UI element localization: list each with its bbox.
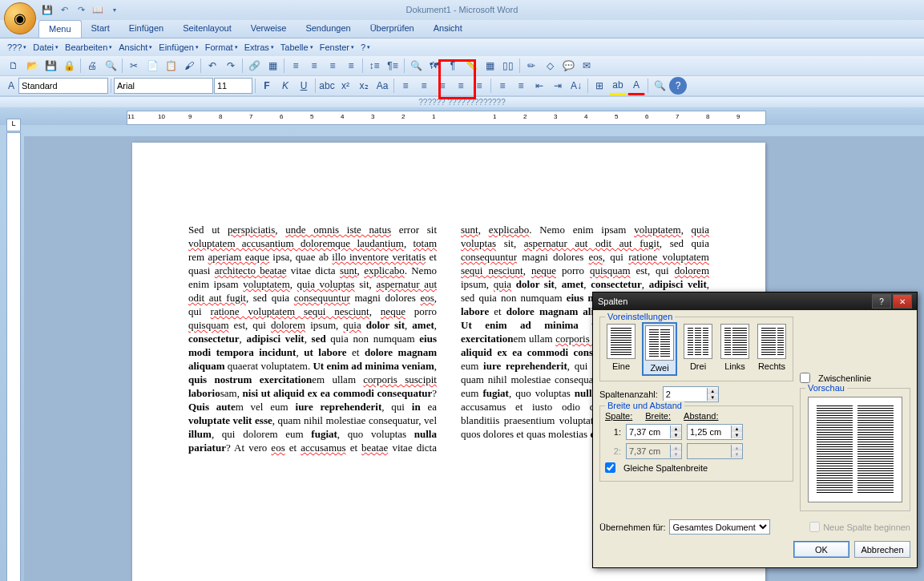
numbered-list-icon[interactable]: ≡	[494, 77, 511, 95]
gap-spinner[interactable]: ▲▼	[687, 424, 743, 440]
justify-icon[interactable]: ≡	[452, 77, 470, 95]
tab-seitenlayout[interactable]: Seitenlayout	[173, 20, 241, 38]
align-left-icon[interactable]: ≡	[397, 77, 414, 95]
menu-tabelle[interactable]: Tabelle ▾	[278, 42, 316, 53]
equal-width-checkbox[interactable]	[605, 462, 615, 473]
ruler-icon[interactable]: 📏	[462, 57, 480, 75]
menu-fenster[interactable]: Fenster ▾	[317, 42, 357, 53]
undo-icon[interactable]: ↶	[204, 57, 221, 75]
copy-icon[interactable]: 📄	[143, 57, 161, 75]
gridlines-icon[interactable]: ▦	[481, 57, 498, 75]
menu-bearbeiten[interactable]: Bearbeiten ▾	[63, 42, 115, 53]
menu-?[interactable]: ? ▾	[358, 42, 373, 53]
line-between-checkbox[interactable]	[800, 373, 810, 383]
tab-menu[interactable]: Menu	[38, 20, 82, 38]
font-color-icon[interactable]: A	[627, 76, 645, 95]
style-selector[interactable]: Standard	[18, 78, 108, 94]
document-map-icon[interactable]: 🗺	[426, 57, 443, 75]
font-selector[interactable]: Arial	[114, 78, 213, 94]
drawing-icon[interactable]: ✏	[523, 57, 540, 75]
preset-eine[interactable]: Eine	[605, 322, 637, 376]
line-spacing-icon[interactable]: ↕≡	[365, 57, 383, 75]
close-button[interactable]: ✕	[893, 294, 912, 309]
find-icon[interactable]: 🔍	[651, 77, 668, 95]
underline-icon[interactable]: U	[295, 77, 313, 95]
print-preview-icon[interactable]: 🔍	[102, 57, 119, 75]
redo-icon[interactable]: ↷	[222, 57, 240, 75]
toolbar-row-2: A Standard Arial 11 F K U abc x² x₂ Aa ≡…	[0, 76, 924, 96]
vertical-ruler[interactable]	[6, 132, 21, 581]
comment-icon[interactable]: 💬	[559, 57, 577, 75]
preset-rechts[interactable]: Rechts	[756, 322, 788, 376]
align-left-icon[interactable]: ≡	[287, 57, 305, 75]
bold-icon[interactable]: F	[258, 77, 276, 95]
tab-start[interactable]: Start	[82, 20, 119, 38]
sort-icon[interactable]: A↓	[567, 77, 585, 95]
align-right-icon[interactable]: ≡	[324, 57, 341, 75]
bullet-list-icon[interactable]: ≡	[512, 77, 530, 95]
dialog-titlebar[interactable]: Spalten ? ✕	[593, 293, 917, 310]
columns-icon[interactable]: ▯▯	[499, 57, 517, 75]
help-button[interactable]: ?	[872, 294, 891, 309]
superscript-icon[interactable]: x²	[337, 77, 354, 95]
distributed-icon[interactable]: ≡	[470, 77, 488, 95]
undo-icon[interactable]: ↶	[57, 3, 71, 18]
save-icon[interactable]: 💾	[42, 57, 59, 75]
zoom-icon[interactable]: 🔍	[407, 57, 425, 75]
menu-ansicht[interactable]: Ansicht ▾	[116, 42, 155, 53]
borders-icon[interactable]: ⊞	[591, 77, 608, 95]
paragraph-spacing-icon[interactable]: ¶≡	[384, 57, 401, 75]
align-center-icon[interactable]: ≡	[305, 57, 323, 75]
justify-icon[interactable]: ≡	[342, 57, 360, 75]
decrease-indent-icon[interactable]: ⇤	[531, 77, 548, 95]
change-case-icon[interactable]: Aa	[373, 77, 391, 95]
cut-icon[interactable]: ✂	[125, 57, 143, 75]
preset-links[interactable]: Links	[719, 322, 751, 376]
styles-pane-icon[interactable]: A	[5, 77, 18, 95]
menu-datei[interactable]: Datei ▾	[30, 42, 61, 53]
preset-drei[interactable]: Drei	[682, 322, 714, 376]
permissions-icon[interactable]: 🔒	[60, 57, 78, 75]
cancel-button[interactable]: Abbrechen	[854, 541, 910, 558]
tab-ansicht[interactable]: Ansicht	[424, 20, 472, 38]
tab-einfügen[interactable]: Einfügen	[119, 20, 173, 38]
highlight-icon[interactable]: ab	[609, 76, 627, 95]
tab-überprüfen[interactable]: Überprüfen	[361, 20, 424, 38]
increase-indent-icon[interactable]: ⇥	[549, 77, 567, 95]
tab-sendungen[interactable]: Sendungen	[296, 20, 360, 38]
apply-to-select[interactable]: Gesamtes Dokument	[669, 519, 770, 535]
table-icon[interactable]: ▦	[264, 57, 281, 75]
italic-icon[interactable]: K	[276, 77, 294, 95]
strike-icon[interactable]: abc	[318, 77, 336, 95]
shapes-icon[interactable]: ◇	[541, 57, 559, 75]
open-icon[interactable]: 📂	[23, 57, 41, 75]
redo-icon[interactable]: ↷	[74, 3, 88, 18]
tab-selector[interactable]: L	[6, 119, 21, 131]
show-marks-icon[interactable]: ¶	[444, 57, 462, 75]
book-icon[interactable]: 📖	[91, 3, 105, 18]
menu-extras[interactable]: Extras ▾	[242, 42, 276, 53]
menu-einfügen[interactable]: Einfügen ▾	[156, 42, 200, 53]
width-spinner[interactable]: ▲▼	[626, 424, 682, 440]
hyperlink-icon[interactable]: 🔗	[245, 57, 263, 75]
menu-???[interactable]: ??? ▾	[5, 42, 29, 53]
preset-zwei[interactable]: Zwei	[642, 322, 677, 376]
align-center-icon[interactable]: ≡	[415, 77, 433, 95]
subscript-icon[interactable]: x₂	[355, 77, 373, 95]
ok-button[interactable]: OK	[793, 541, 849, 558]
office-button[interactable]: ◉	[4, 2, 36, 34]
save-icon[interactable]: 💾	[40, 3, 54, 18]
help-icon[interactable]: ?	[669, 77, 687, 95]
align-right-icon[interactable]: ≡	[434, 77, 451, 95]
qat-dropdown-icon[interactable]: ▼	[107, 3, 122, 18]
format-painter-icon[interactable]: 🖌	[180, 57, 198, 75]
menu-format[interactable]: Format ▾	[203, 42, 240, 53]
tab-verweise[interactable]: Verweise	[241, 20, 297, 38]
new-doc-icon[interactable]: 🗋	[5, 57, 22, 75]
envelope-icon[interactable]: ✉	[578, 57, 595, 75]
print-icon[interactable]: 🖨	[83, 57, 101, 75]
horizontal-ruler[interactable]: 1110987654321123456789	[127, 111, 766, 125]
column-count-spinner[interactable]: ▲▼	[663, 386, 719, 402]
paste-icon[interactable]: 📋	[162, 57, 180, 75]
font-size-selector[interactable]: 11	[214, 78, 252, 94]
